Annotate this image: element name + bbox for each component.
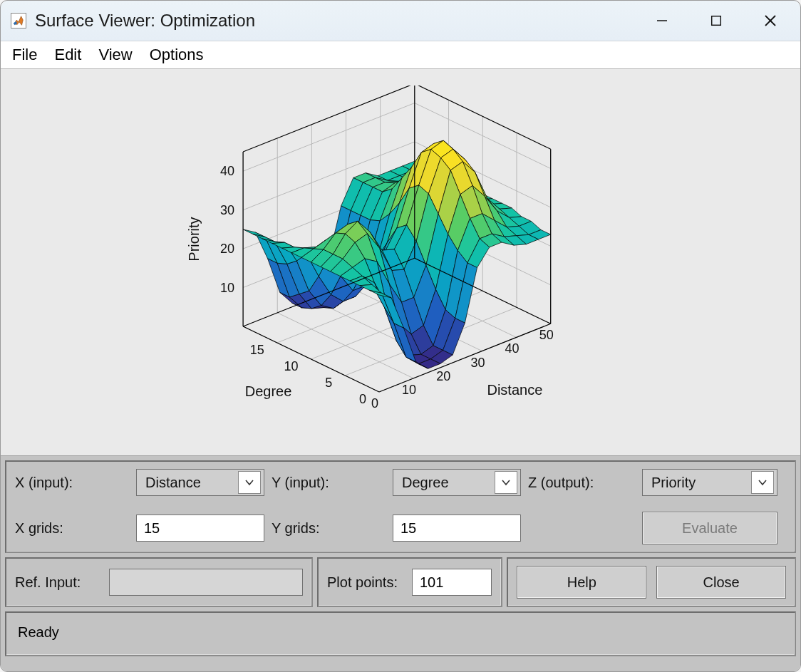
svg-marker-186 <box>243 229 265 237</box>
svg-line-16 <box>243 103 415 172</box>
svg-text:20: 20 <box>220 242 234 256</box>
z-output-select[interactable]: Priority <box>642 469 777 496</box>
x-input-label: X (input): <box>15 475 129 491</box>
status-panel: Ready <box>5 611 796 656</box>
menu-file[interactable]: File <box>6 44 43 66</box>
minimize-button[interactable] <box>645 4 679 38</box>
chevron-down-icon <box>238 471 261 494</box>
control-panels: X (input): Distance Y (input): Degree Z … <box>1 456 800 671</box>
z-output-value: Priority <box>651 475 696 491</box>
svg-text:50: 50 <box>539 328 554 342</box>
menu-view[interactable]: View <box>93 44 138 66</box>
svg-text:10: 10 <box>284 359 299 373</box>
svg-rect-1 <box>712 16 721 26</box>
evaluate-button[interactable]: Evaluate <box>642 512 777 544</box>
help-button[interactable]: Help <box>517 566 646 599</box>
window: Surface Viewer: Optimization File Edit V… <box>0 0 801 672</box>
help-close-panel: Help Close <box>507 557 796 607</box>
svg-text:20: 20 <box>436 369 450 383</box>
svg-text:10: 10 <box>402 383 416 397</box>
menu-edit[interactable]: Edit <box>48 44 87 66</box>
z-output-label: Z (output): <box>528 475 635 491</box>
y-input-label: Y (input): <box>272 475 386 491</box>
titlebar: Surface Viewer: Optimization <box>1 1 800 41</box>
svg-text:40: 40 <box>505 341 520 356</box>
chevron-down-icon <box>495 471 517 494</box>
y-grids-label: Y grids: <box>272 520 386 537</box>
ref-input-field[interactable] <box>109 569 303 596</box>
plot-points-input[interactable]: 101 <box>412 569 492 596</box>
ref-input-panel: Ref. Input: <box>5 557 313 607</box>
svg-text:0: 0 <box>359 392 366 406</box>
svg-text:40: 40 <box>220 164 234 178</box>
ref-input-label: Ref. Input: <box>15 574 100 591</box>
y-input-value: Degree <box>402 475 449 491</box>
matlab-icon <box>11 13 26 29</box>
svg-text:0: 0 <box>371 396 378 410</box>
svg-text:Priority: Priority <box>186 217 202 261</box>
svg-text:10: 10 <box>220 281 234 295</box>
x-input-value: Distance <box>145 475 201 491</box>
svg-text:30: 30 <box>470 356 485 370</box>
plot-points-panel: Plot points: 101 <box>317 557 502 607</box>
menubar: File Edit View Options <box>1 41 800 69</box>
svg-text:15: 15 <box>250 343 264 357</box>
y-grids-input[interactable]: 15 <box>393 515 521 542</box>
svg-line-230 <box>243 326 379 392</box>
x-grids-label: X grids: <box>15 520 129 537</box>
y-input-select[interactable]: Degree <box>393 469 521 496</box>
x-grids-input[interactable]: 15 <box>136 515 264 542</box>
svg-text:Distance: Distance <box>487 382 542 398</box>
plot-points-label: Plot points: <box>327 574 398 591</box>
svg-text:Degree: Degree <box>245 383 292 399</box>
close-button[interactable] <box>753 4 787 38</box>
axis-panel: X (input): Distance Y (input): Degree Z … <box>5 460 796 553</box>
window-controls <box>645 4 787 38</box>
x-input-select[interactable]: Distance <box>136 469 264 496</box>
svg-text:30: 30 <box>220 203 234 217</box>
chevron-down-icon <box>751 471 774 494</box>
status-text: Ready <box>15 620 786 648</box>
surface-plot[interactable]: 0102030405005101510203040DistanceDegreeP… <box>1 69 800 456</box>
menu-options[interactable]: Options <box>144 44 210 66</box>
close-button-panel[interactable]: Close <box>656 566 786 599</box>
svg-line-237 <box>243 86 415 152</box>
window-title: Surface Viewer: Optimization <box>33 11 645 31</box>
maximize-button[interactable] <box>699 4 733 38</box>
svg-text:5: 5 <box>325 376 332 390</box>
